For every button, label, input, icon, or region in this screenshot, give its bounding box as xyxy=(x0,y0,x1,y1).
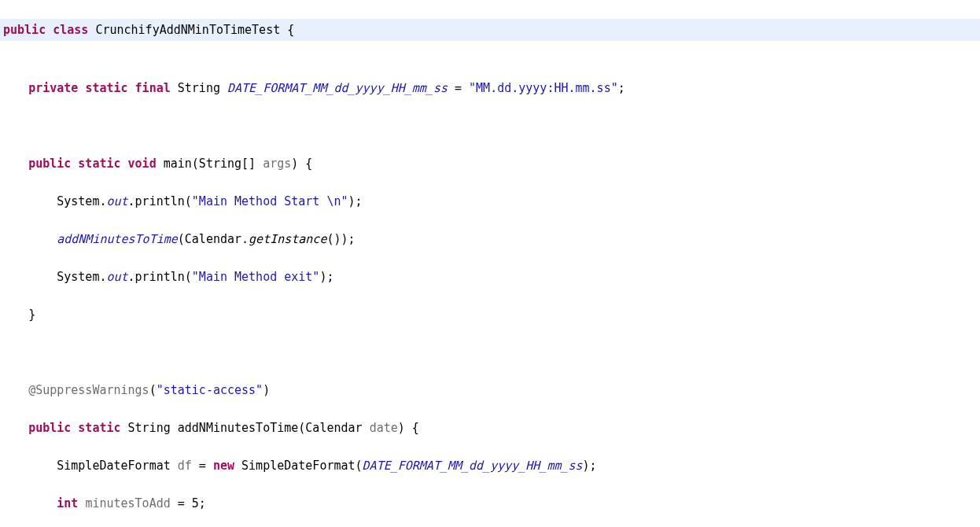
keyword-static: static xyxy=(78,157,120,171)
keyword-final: final xyxy=(135,81,171,95)
println: .println( xyxy=(128,270,192,284)
println: .println( xyxy=(128,194,192,208)
println-line: System.out.println("Main Method Start \n… xyxy=(0,192,980,211)
type-string: String xyxy=(128,421,171,435)
close: ()); xyxy=(326,232,355,246)
brace-open: { xyxy=(287,23,294,37)
field-name: DATE_FORMAT_MM_dd_yyyy_HH_mm_ss xyxy=(227,81,448,95)
params-close: ) { xyxy=(291,157,312,171)
blank-line xyxy=(0,41,980,60)
println-line: System.out.println("Main Method exit"); xyxy=(0,267,980,286)
code-block: public class CrunchifyAddNMinToTimeTest … xyxy=(0,0,980,527)
system: System. xyxy=(57,194,106,208)
params-close: ) { xyxy=(398,421,419,435)
param-args: args xyxy=(263,157,291,171)
keyword-void: void xyxy=(128,157,157,171)
brace-close: } xyxy=(28,308,35,322)
close: ) xyxy=(263,383,270,397)
params-open: (Calendar xyxy=(298,421,369,435)
params-open: (String[] xyxy=(192,157,263,171)
blank-line xyxy=(0,343,980,362)
call-line: addNMinutesToTime(Calendar.getInstance()… xyxy=(0,230,980,249)
keyword-new: new xyxy=(213,459,234,473)
var-decl-line: SimpleDateFormat df = new SimpleDateForm… xyxy=(0,456,980,475)
open: ( xyxy=(149,383,157,397)
class-name: CrunchifyAddNMinToTimeTest xyxy=(95,23,280,37)
equals: = xyxy=(455,81,462,95)
string-literal: "Main Method Start \n" xyxy=(192,194,348,208)
close: ); xyxy=(319,270,333,284)
ctor: SimpleDateFormat( xyxy=(234,459,363,473)
system: System. xyxy=(57,270,106,284)
type-string: String xyxy=(178,81,220,95)
method-main: main xyxy=(164,157,192,171)
annotation: @SuppressWarnings xyxy=(28,383,149,397)
out-field: out xyxy=(106,270,127,284)
keyword-public: public xyxy=(28,421,71,435)
var-df: df xyxy=(178,459,192,473)
string-literal: "MM.dd.yyyy:HH.mm.ss" xyxy=(469,81,618,95)
annotation-line: @SuppressWarnings("static-access") xyxy=(0,381,980,400)
param-date: date xyxy=(370,421,398,435)
keyword-class: class xyxy=(53,23,88,37)
keyword-static: static xyxy=(78,421,120,435)
const-ref: DATE_FORMAT_MM_dd_yyyy_HH_mm_ss xyxy=(363,459,583,473)
keyword-public: public xyxy=(3,23,46,37)
close: ); xyxy=(348,194,363,208)
keyword-static: static xyxy=(85,81,127,95)
method-call: addNMinutesToTime xyxy=(57,232,178,246)
keyword-int: int xyxy=(57,496,78,510)
method-declaration-line: public static String addNMinutesToTime(C… xyxy=(0,418,980,437)
eq: = xyxy=(192,459,213,473)
getinstance: getInstance xyxy=(249,232,326,246)
keyword-private: private xyxy=(28,81,78,95)
blank-line xyxy=(0,116,980,135)
string-literal: "Main Method exit" xyxy=(192,270,320,284)
method-name: addNMinutesToTime xyxy=(178,421,299,435)
var-minutesToAdd: minutesToAdd xyxy=(85,496,170,510)
type: SimpleDateFormat xyxy=(57,459,171,473)
rest: = 5; xyxy=(171,496,206,510)
var-decl-line: int minutesToAdd = 5; xyxy=(0,494,980,513)
string-literal: "static-access" xyxy=(157,383,263,397)
close: ); xyxy=(583,459,597,473)
brace-close-line: } xyxy=(0,305,980,324)
class-declaration-line: public class CrunchifyAddNMinToTimeTest … xyxy=(0,19,980,41)
semicolon: ; xyxy=(618,81,625,95)
field-declaration-line: private static final String DATE_FORMAT_… xyxy=(0,79,980,98)
out-field: out xyxy=(106,194,127,208)
keyword-public: public xyxy=(28,157,71,171)
main-method-line: public static void main(String[] args) { xyxy=(0,154,980,173)
open: (Calendar. xyxy=(178,232,249,246)
